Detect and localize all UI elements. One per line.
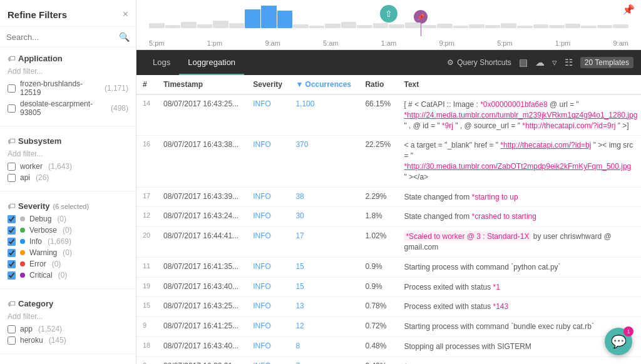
list-item[interactable]: frozen-brushlands-12519 (1,171) [8, 79, 128, 97]
application-section-label: 🏷 Application [8, 54, 128, 63]
list-item[interactable]: api (26) [8, 173, 128, 182]
list-item[interactable]: Info (1,669) [8, 237, 128, 246]
filter-count: (0) [57, 215, 66, 223]
tag-icon: 🏷 [8, 137, 15, 146]
sidebar-close-button[interactable]: × [123, 9, 128, 20]
table-row[interactable]: 12 08/07/2017 16:43:24... INFO 30 1.8% S… [136, 207, 641, 227]
worker-checkbox[interactable] [8, 163, 16, 171]
warning-checkbox[interactable] [8, 249, 16, 257]
list-item[interactable]: worker (1,643) [8, 162, 128, 171]
info-dot [20, 239, 25, 244]
row-timestamp: 08/07/2017 16:41:25... [157, 317, 247, 337]
list-item[interactable]: heroku (145) [8, 336, 128, 345]
api-checkbox[interactable] [8, 174, 16, 182]
row-occurrences: 38 [289, 187, 359, 207]
tag-icon: 🏷 [8, 202, 15, 211]
filter-count: (1,524) [38, 325, 62, 333]
col-header-severity[interactable]: Severity [247, 75, 289, 94]
severity-name: Critical [29, 271, 53, 280]
row-ratio: 0.48% [359, 336, 397, 356]
desolate-checkbox[interactable] [8, 104, 16, 113]
row-severity: INFO [247, 207, 289, 227]
application-add-filter[interactable]: Add filter... [8, 67, 128, 76]
subsystem-section-label: 🏷 Subsystem [8, 136, 128, 146]
table-row[interactable]: 9 08/07/2017 16:41:25... INFO 12 0.72% S… [136, 317, 641, 337]
tab-logs[interactable]: Logs [144, 50, 179, 75]
columns-icon[interactable]: ☷ [565, 57, 573, 68]
sidebar-title: Refine Filters [8, 9, 67, 20]
filter-name: heroku [20, 336, 43, 345]
row-occurrences: 17 [289, 227, 359, 258]
cloud-icon[interactable]: ☁ [535, 57, 545, 68]
chat-button[interactable]: 💬 1 [605, 328, 632, 355]
category-add-filter[interactable]: Add filter... [8, 312, 128, 321]
category-section-label: 🏷 Category [8, 299, 128, 308]
row-severity: INFO [247, 136, 289, 187]
list-item[interactable]: Verbose (0) [8, 226, 128, 235]
verbose-checkbox[interactable] [8, 226, 16, 235]
table-row[interactable]: 14 08/07/2017 16:43:25... INFO 1,100 66.… [136, 94, 641, 136]
critical-checkbox[interactable] [8, 271, 16, 280]
table-row[interactable]: 19 08/07/2017 16:43:40... INFO 15 0.9% P… [136, 277, 641, 297]
list-item[interactable]: desolate-escarpment-93805 (498) [8, 99, 128, 117]
severity-section: 🏷 Severity (6 selected) Debug (0) Verbos… [0, 195, 136, 285]
subsystem-add-filter[interactable]: Add filter... [8, 149, 128, 158]
table-row[interactable]: 16 08/07/2017 16:43:38... INFO 370 22.25… [136, 136, 641, 187]
tab-loggregation[interactable]: Loggregation [179, 50, 244, 75]
table-row[interactable]: 20 08/07/2017 16:44:41... INFO 17 1.02% … [136, 227, 641, 258]
col-header-occurrences[interactable]: ▼ Occurrences [289, 75, 359, 94]
debug-checkbox[interactable] [8, 215, 16, 223]
error-checkbox[interactable] [8, 260, 16, 268]
pushpin-icon[interactable]: 📌 [622, 4, 635, 16]
templates-button[interactable]: 20 Templates [580, 57, 633, 68]
row-ratio: 0.42% [359, 356, 397, 364]
application-section: 🏷 Application Add filter... frozen-brush… [0, 48, 136, 122]
toolbar-right: ⚙ Query Shortcuts ▤ ☁ ▿ ☷ 20 Templates [447, 57, 633, 68]
row-timestamp: 08/07/2017 16:43:38... [157, 136, 247, 187]
sidebar-header: Refine Filters × [0, 0, 136, 27]
chart-icon[interactable]: ▤ [519, 57, 528, 68]
col-header-ratio[interactable]: Ratio [359, 75, 397, 94]
list-item[interactable]: Error (0) [8, 260, 128, 268]
severity-selected-count: (6 selected) [53, 203, 89, 210]
category-section: 🏷 Category Add filter... app (1,524) her… [0, 293, 136, 350]
application-label: Application [18, 54, 63, 63]
severity-label: Severity [18, 201, 50, 211]
search-input[interactable] [6, 33, 119, 42]
table-row[interactable]: 15 08/07/2017 16:43:25... INFO 13 0.78% … [136, 297, 641, 317]
severity-name: Error [29, 260, 46, 268]
table-row[interactable]: 11 08/07/2017 16:41:35... INFO 15 0.9% S… [136, 257, 641, 277]
col-header-timestamp[interactable]: Timestamp [157, 75, 247, 94]
subsystem-label: Subsystem [18, 136, 61, 146]
row-occurrences: 12 [289, 317, 359, 337]
list-item[interactable]: Critical (0) [8, 271, 128, 280]
verbose-dot [20, 228, 25, 233]
critical-dot [20, 273, 25, 278]
app-checkbox[interactable] [8, 325, 16, 333]
table-row[interactable]: 18 08/07/2017 16:43:40... INFO 8 0.48% S… [136, 336, 641, 356]
query-shortcuts-button[interactable]: ⚙ Query Shortcuts [447, 58, 511, 67]
list-item[interactable]: Debug (0) [8, 215, 128, 223]
timeline-label: 5:pm [497, 39, 512, 47]
filter-count: (26) [36, 173, 49, 182]
severity-name: Debug [29, 215, 51, 223]
timeline-label: 9:am [613, 39, 628, 47]
row-ratio: 0.9% [359, 257, 397, 277]
filter-count: (0) [63, 248, 72, 257]
heroku-checkbox[interactable] [8, 336, 16, 345]
filter-icon[interactable]: ▿ [552, 57, 557, 68]
row-num: 15 [136, 297, 157, 317]
table-row[interactable]: 17 08/07/2017 16:43:39... INFO 38 2.29% … [136, 187, 641, 207]
row-occurrences: 13 [289, 297, 359, 317]
row-occurrences: 1,100 [289, 94, 359, 136]
frozen-checkbox[interactable] [8, 84, 16, 93]
list-item[interactable]: app (1,524) [8, 325, 128, 333]
filter-name: app [20, 325, 33, 333]
info-checkbox[interactable] [8, 238, 16, 246]
row-occurrences: 15 [289, 277, 359, 297]
row-num: 16 [136, 136, 157, 187]
list-item[interactable]: Warning (0) [8, 248, 128, 257]
filter-count: (1,171) [105, 84, 128, 93]
table-row[interactable]: 6 08/07/2017 16:33:31... INFO 7 0.42% ^ [136, 356, 641, 364]
filter-count: (0) [63, 226, 72, 235]
